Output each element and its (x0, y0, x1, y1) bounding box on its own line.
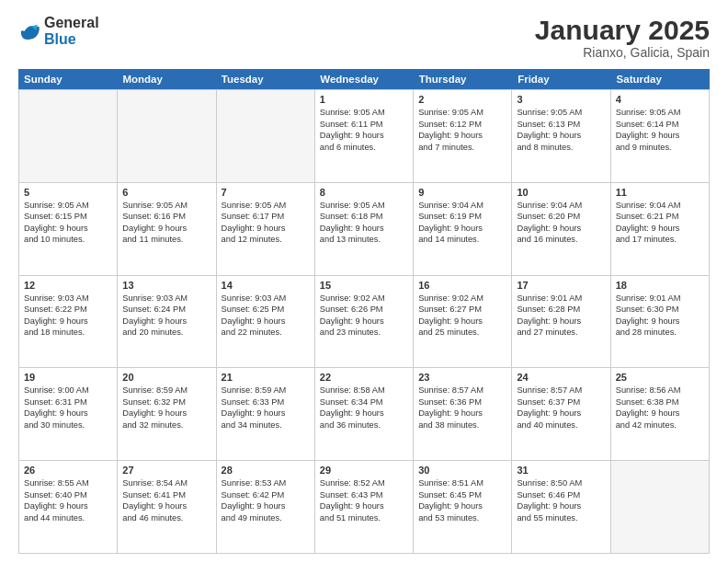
day-cell-30: 30Sunrise: 8:51 AMSunset: 6:45 PMDayligh… (414, 461, 512, 553)
cell-line: Sunrise: 8:51 AM (418, 477, 506, 489)
header-day-saturday: Saturday (611, 69, 710, 89)
day-cell-8: 8Sunrise: 9:05 AMSunset: 6:18 PMDaylight… (315, 183, 414, 275)
cell-line: Daylight: 9 hours (517, 408, 605, 419)
day-cell-3: 3Sunrise: 9:05 AMSunset: 6:13 PMDaylight… (512, 90, 610, 182)
cell-line: Sunset: 6:33 PM (222, 396, 310, 408)
cell-line: Sunset: 6:46 PM (517, 489, 605, 501)
cell-line: and 20 minutes. (122, 327, 210, 339)
cell-line: and 10 minutes. (24, 234, 112, 246)
day-cell-28: 28Sunrise: 8:53 AMSunset: 6:42 PMDayligh… (217, 461, 315, 553)
day-cell-1: 1Sunrise: 9:05 AMSunset: 6:11 PMDaylight… (315, 90, 414, 182)
day-number: 19 (24, 372, 112, 383)
cell-line: Sunset: 6:24 PM (122, 304, 210, 316)
day-cell-14: 14Sunrise: 9:03 AMSunset: 6:25 PMDayligh… (217, 276, 315, 368)
cell-line: Sunrise: 9:05 AM (517, 107, 605, 119)
calendar-body: 1Sunrise: 9:05 AMSunset: 6:11 PMDaylight… (18, 89, 710, 554)
cell-line: Sunrise: 9:04 AM (418, 200, 506, 212)
cell-line: and 51 minutes. (320, 512, 408, 524)
cell-line: and 27 minutes. (517, 327, 605, 339)
cell-line: Sunset: 6:26 PM (320, 304, 408, 316)
cell-line: and 7 minutes. (418, 142, 506, 154)
cell-line: and 28 minutes. (616, 327, 704, 339)
cell-line: Daylight: 9 hours (517, 130, 605, 142)
cell-line: Sunrise: 8:52 AM (320, 477, 408, 489)
cell-line: Sunrise: 9:01 AM (616, 293, 704, 304)
day-cell-11: 11Sunrise: 9:04 AMSunset: 6:21 PMDayligh… (611, 183, 710, 275)
cell-line: Daylight: 9 hours (616, 130, 704, 142)
day-cell-15: 15Sunrise: 9:02 AMSunset: 6:26 PMDayligh… (315, 276, 414, 368)
day-cell-4: 4Sunrise: 9:05 AMSunset: 6:14 PMDaylight… (611, 90, 710, 182)
page: General Blue January 2025 Rianxo, Galici… (0, 0, 728, 563)
day-cell-31: 31Sunrise: 8:50 AMSunset: 6:46 PMDayligh… (512, 461, 610, 553)
day-cell-21: 21Sunrise: 8:59 AMSunset: 6:33 PMDayligh… (217, 368, 315, 460)
day-number: 13 (122, 280, 210, 291)
cell-line: Sunset: 6:31 PM (24, 396, 112, 408)
empty-cell (611, 461, 710, 553)
logo-blue: Blue (44, 31, 76, 47)
cell-line: Sunset: 6:17 PM (222, 211, 310, 223)
cell-line: Sunset: 6:19 PM (418, 211, 506, 223)
cell-line: Sunrise: 8:58 AM (320, 385, 408, 396)
cell-line: Sunset: 6:20 PM (517, 211, 605, 223)
empty-cell (118, 90, 216, 182)
cell-line: Sunrise: 8:54 AM (122, 477, 210, 489)
cell-line: Sunrise: 8:50 AM (517, 477, 605, 489)
week-row-0: 1Sunrise: 9:05 AMSunset: 6:11 PMDaylight… (18, 89, 710, 182)
cell-line: Daylight: 9 hours (24, 316, 112, 327)
day-number: 16 (418, 280, 506, 291)
day-cell-7: 7Sunrise: 9:05 AMSunset: 6:17 PMDaylight… (217, 183, 315, 275)
week-row-1: 5Sunrise: 9:05 AMSunset: 6:15 PMDaylight… (18, 182, 710, 275)
week-row-3: 19Sunrise: 9:00 AMSunset: 6:31 PMDayligh… (18, 367, 710, 460)
cell-line: Sunset: 6:28 PM (517, 304, 605, 316)
day-cell-18: 18Sunrise: 9:01 AMSunset: 6:30 PMDayligh… (611, 276, 710, 368)
header-day-wednesday: Wednesday (314, 69, 413, 89)
cell-line: Sunset: 6:38 PM (616, 396, 704, 408)
cell-line: Daylight: 9 hours (24, 500, 112, 512)
cell-line: and 9 minutes. (616, 142, 704, 154)
cell-line: Sunset: 6:14 PM (616, 119, 704, 131)
cell-line: Daylight: 9 hours (24, 223, 112, 235)
cell-line: and 16 minutes. (517, 234, 605, 246)
cell-line: Daylight: 9 hours (418, 316, 506, 327)
cell-line: Daylight: 9 hours (320, 500, 408, 512)
cell-line: Daylight: 9 hours (122, 408, 210, 419)
cell-line: Sunrise: 9:04 AM (517, 200, 605, 212)
empty-cell (217, 90, 315, 182)
cell-line: and 55 minutes. (517, 512, 605, 524)
header-day-monday: Monday (117, 69, 215, 89)
cell-line: Sunrise: 8:53 AM (222, 477, 310, 489)
header-day-sunday: Sunday (18, 69, 117, 89)
cell-line: Sunset: 6:32 PM (122, 396, 210, 408)
cell-line: Sunset: 6:42 PM (222, 489, 310, 501)
day-number: 9 (418, 187, 506, 198)
cell-line: and 8 minutes. (517, 142, 605, 154)
cell-line: Sunset: 6:41 PM (122, 489, 210, 501)
cell-line: Sunset: 6:21 PM (616, 211, 704, 223)
cell-line: Sunset: 6:15 PM (24, 211, 112, 223)
title-block: January 2025 Rianxo, Galicia, Spain (535, 15, 710, 60)
cell-line: and 25 minutes. (418, 327, 506, 339)
cell-line: Sunrise: 9:05 AM (122, 200, 210, 212)
day-number: 10 (517, 187, 605, 198)
cell-line: Daylight: 9 hours (122, 500, 210, 512)
day-number: 3 (517, 94, 605, 105)
day-number: 14 (222, 280, 310, 291)
logo-general: General (44, 15, 99, 30)
cell-line: and 49 minutes. (222, 512, 310, 524)
cell-line: Daylight: 9 hours (222, 316, 310, 327)
day-cell-19: 19Sunrise: 9:00 AMSunset: 6:31 PMDayligh… (19, 368, 118, 460)
cell-line: and 6 minutes. (320, 142, 408, 154)
cell-line: Daylight: 9 hours (517, 223, 605, 235)
cell-line: Sunset: 6:11 PM (320, 119, 408, 131)
logo-text: General Blue (44, 15, 99, 48)
cell-line: Sunrise: 8:57 AM (517, 385, 605, 396)
cell-line: Sunrise: 9:04 AM (616, 200, 704, 212)
day-number: 1 (320, 94, 408, 105)
header-day-thursday: Thursday (414, 69, 512, 89)
cell-line: and 22 minutes. (222, 327, 310, 339)
cell-line: Sunset: 6:25 PM (222, 304, 310, 316)
day-number: 5 (24, 187, 112, 198)
cell-line: Sunset: 6:30 PM (616, 304, 704, 316)
day-number: 22 (320, 372, 408, 383)
day-number: 6 (122, 187, 210, 198)
